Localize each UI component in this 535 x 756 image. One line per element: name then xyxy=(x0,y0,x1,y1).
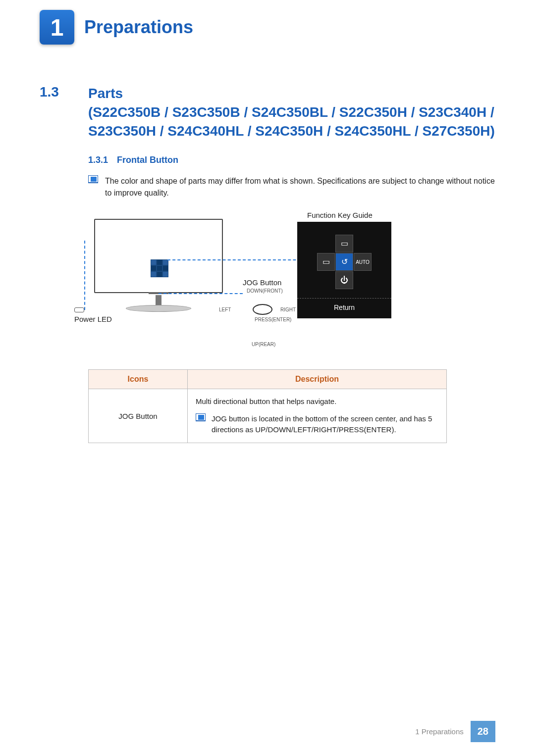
jog-button-zoom: DOWN(FRONT) LEFT RIGHT PRESS(ENTER) UP(R… xyxy=(233,295,292,345)
row-desc-text: Multi directional button that helps navi… xyxy=(196,396,438,407)
callout-line xyxy=(159,293,243,294)
note-icon xyxy=(196,413,206,421)
fkg-power-icon: ⏻ xyxy=(335,271,353,289)
fkg-left-icon: ▭ xyxy=(317,253,335,271)
power-led-icon xyxy=(74,307,84,312)
footer-breadcrumb: 1 Preparations xyxy=(408,723,471,740)
table-header-row: Icons Description xyxy=(89,370,447,389)
function-key-guide-label: Function Key Guide xyxy=(307,211,373,219)
jog-up-rear-label: UP(REAR) xyxy=(252,342,275,347)
row-note: JOG button is located in the bottom of t… xyxy=(196,413,438,436)
jog-left-label: LEFT xyxy=(219,307,231,312)
onscreen-nav-icon xyxy=(151,259,168,277)
jog-right-label: RIGHT xyxy=(280,307,296,312)
subsection-number: 1.3.1 xyxy=(88,155,108,165)
monitor-stand-neck xyxy=(156,295,161,306)
page-footer: 1 Preparations 28 xyxy=(408,721,495,742)
manual-page: 1 Preparations 1.3 Parts (S22C350B / S23… xyxy=(0,0,535,756)
jog-circle-icon xyxy=(253,304,272,315)
section-number: 1.3 xyxy=(40,84,74,140)
col-description-header: Description xyxy=(188,370,447,389)
frontal-button-diagram: Power LED Function Key Guide ▭ ▭ ↺ AUTO … xyxy=(94,211,441,354)
subsection-heading: 1.3.1 Frontal Button xyxy=(88,155,495,165)
fkg-right-label: AUTO xyxy=(354,253,372,271)
monitor-outline xyxy=(94,219,223,293)
section-title: Parts (S22C350B / S23C350B / S24C350BL /… xyxy=(88,84,495,140)
fkg-center-icon: ↺ xyxy=(335,253,353,271)
jog-down-front-label: DOWN(FRONT) xyxy=(247,288,283,294)
function-key-cross: ▭ ▭ ↺ AUTO ⏻ xyxy=(317,235,372,289)
footer-page-number: 28 xyxy=(471,721,495,742)
jog-button-label: JOG Button xyxy=(243,278,281,287)
callout-line xyxy=(84,241,85,310)
chapter-title: Preparations xyxy=(84,17,193,38)
chapter-header: 1 Preparations xyxy=(40,10,495,45)
cell-icon-name: JOG Button xyxy=(89,389,188,443)
monitor-stand-base xyxy=(126,305,191,312)
fkg-up-icon: ▭ xyxy=(335,235,353,252)
col-icons-header: Icons xyxy=(89,370,188,389)
jog-press-enter-label: PRESS(ENTER) xyxy=(255,317,291,322)
section-heading: 1.3 Parts (S22C350B / S23C350B / S24C350… xyxy=(40,84,495,140)
note-block: The color and shape of parts may differ … xyxy=(88,175,495,199)
chapter-number-badge: 1 xyxy=(40,10,74,45)
fkg-return-label: Return xyxy=(297,298,391,311)
note-text: The color and shape of parts may differ … xyxy=(105,175,495,199)
subsection-title: Frontal Button xyxy=(117,155,178,165)
callout-line xyxy=(167,259,316,260)
row-note-text: JOG button is located in the bottom of t… xyxy=(212,413,438,436)
power-led-label: Power LED xyxy=(74,315,112,323)
icons-description-table: Icons Description JOG Button Multi direc… xyxy=(88,369,447,443)
note-icon xyxy=(88,175,98,183)
cell-description: Multi directional button that helps navi… xyxy=(188,389,447,443)
table-row: JOG Button Multi directional button that… xyxy=(89,389,447,443)
